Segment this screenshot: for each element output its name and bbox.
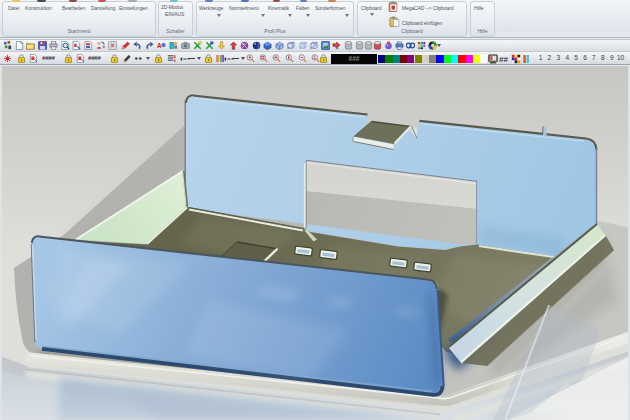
svg-text:##: ##	[499, 55, 508, 64]
svg-text:A: A	[157, 42, 162, 49]
